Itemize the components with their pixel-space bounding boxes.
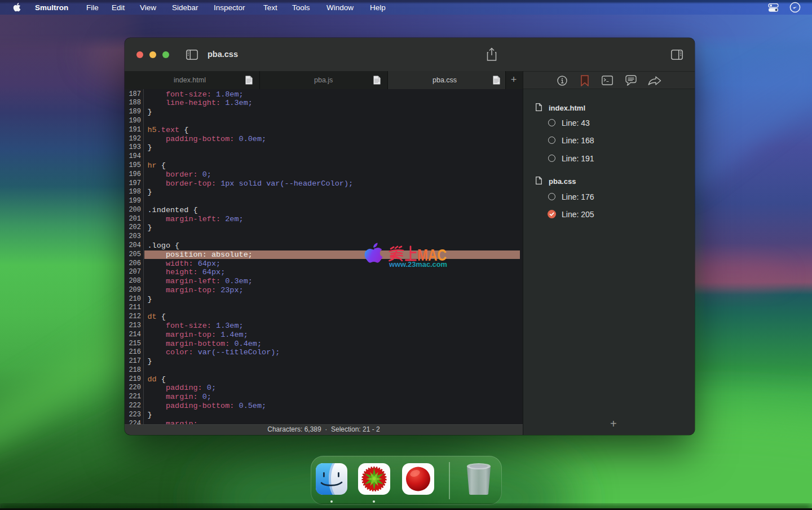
- svg-text:www.23mac.com: www.23mac.com: [389, 260, 447, 269]
